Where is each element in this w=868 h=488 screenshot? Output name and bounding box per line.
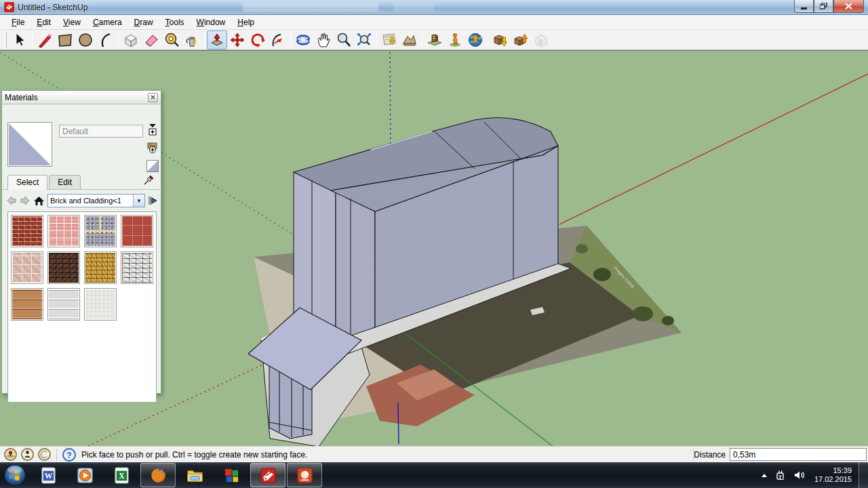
menu-tools[interactable]: Tools — [159, 16, 191, 29]
tape-measure-button[interactable] — [161, 30, 182, 49]
clock[interactable]: 15:39 17.02.2015 — [814, 466, 852, 484]
claim-credit-button[interactable] — [21, 448, 34, 461]
material-name-field[interactable]: Default — [59, 125, 143, 138]
material-preview — [7, 122, 52, 167]
photo-textures-button[interactable] — [425, 30, 445, 49]
measurement-box[interactable]: 0,53m — [730, 448, 867, 461]
walk-tool-button[interactable] — [445, 30, 465, 49]
menu-camera[interactable]: Camera — [87, 16, 128, 29]
follow-me-button[interactable] — [268, 30, 288, 49]
taskbar-word[interactable]: W — [31, 463, 66, 487]
rotate-tool-button[interactable] — [248, 30, 268, 49]
get-models-button[interactable] — [490, 30, 511, 49]
push-pull-button[interactable] — [207, 30, 227, 49]
menu-window[interactable]: Window — [191, 16, 232, 29]
zoom-tool-button[interactable] — [334, 30, 354, 49]
sample-paint-button[interactable] — [143, 174, 155, 187]
default-material-swatch[interactable] — [146, 160, 159, 172]
material-swatch[interactable] — [47, 251, 80, 284]
create-material-button[interactable] — [146, 142, 159, 155]
material-swatch[interactable] — [84, 215, 117, 247]
menu-file[interactable]: File — [5, 16, 31, 29]
help-question-icon: ? — [62, 448, 76, 462]
start-button[interactable] — [0, 462, 30, 488]
help-button[interactable]: ? — [62, 448, 76, 462]
tray-time: 15:39 — [814, 466, 852, 475]
material-swatch[interactable] — [121, 215, 153, 247]
power-button[interactable] — [776, 470, 786, 481]
credits-button[interactable] — [38, 448, 51, 461]
pan-tool-button[interactable] — [313, 30, 334, 49]
forward-arrow-icon[interactable] — [20, 196, 31, 205]
material-swatch[interactable] — [84, 288, 117, 321]
close-button[interactable] — [833, 0, 864, 13]
zoom-extents-button[interactable] — [354, 30, 374, 49]
material-swatch[interactable] — [47, 288, 80, 321]
materials-list[interactable] — [7, 211, 157, 403]
taskbar-explorer[interactable] — [177, 463, 212, 487]
move-tool-button[interactable] — [227, 30, 248, 49]
details-arrow-icon[interactable] — [148, 195, 158, 206]
taskbar-sketchup[interactable] — [250, 463, 285, 487]
toggle-terrain-button[interactable] — [399, 30, 420, 49]
material-swatch[interactable] — [11, 251, 43, 284]
tab-select[interactable]: Select — [7, 175, 47, 190]
menu-view[interactable]: View — [57, 16, 87, 29]
taskbar-excel[interactable]: X — [104, 463, 139, 487]
share-model-button[interactable] — [511, 30, 531, 49]
taskbar-colored-squares-app[interactable] — [214, 463, 249, 487]
taskbar-media-player[interactable] — [67, 463, 102, 487]
select-tool-button[interactable] — [9, 30, 30, 49]
materials-panel-titlebar[interactable]: Materials — [2, 91, 161, 104]
title-bar[interactable]: Untitled - SketchUp — [0, 0, 868, 15]
drawing-area[interactable]: Google Imagery ©2015 — [0, 50, 868, 446]
menu-edit[interactable]: Edit — [31, 16, 57, 29]
paint-bucket-button[interactable] — [182, 30, 202, 49]
circle-tool-button[interactable] — [75, 30, 96, 49]
menu-draw[interactable]: Draw — [128, 16, 159, 29]
volume-button[interactable] — [794, 470, 805, 480]
material-swatch[interactable] — [121, 251, 153, 284]
media-player-icon — [76, 466, 94, 485]
arc-tool-button[interactable] — [96, 30, 116, 49]
material-swatch[interactable] — [47, 215, 80, 247]
credits-icon — [38, 448, 51, 461]
circle-icon — [77, 32, 94, 48]
show-desktop-button[interactable] — [859, 462, 868, 488]
taskbar-powerpoint[interactable] — [287, 463, 322, 487]
building-maker-button[interactable] — [531, 30, 551, 49]
restore-button[interactable] — [814, 0, 833, 13]
tray-date: 17.02.2015 — [814, 475, 852, 484]
sketchup-icon — [259, 466, 277, 485]
firefox-icon — [149, 466, 167, 485]
materials-panel[interactable]: Materials Default Sele — [1, 90, 161, 394]
toolbar-grip[interactable] — [4, 33, 7, 47]
add-location-button[interactable] — [379, 30, 399, 49]
materials-close-button[interactable] — [148, 93, 158, 102]
hidden-icons-button[interactable] — [761, 473, 768, 478]
minimize-button[interactable] — [794, 0, 814, 13]
back-arrow-icon[interactable] — [6, 196, 17, 205]
rectangle-icon — [57, 32, 73, 48]
chevron-down-icon[interactable]: ▼ — [133, 195, 144, 207]
make-component-button[interactable] — [121, 30, 141, 49]
rectangle-tool-button[interactable] — [55, 30, 75, 49]
collection-dropdown[interactable]: Brick and Cladding<1 ▼ — [47, 194, 145, 207]
line-tool-button[interactable] — [35, 30, 55, 49]
word-icon: W — [39, 466, 58, 485]
orbit-tool-button[interactable] — [293, 30, 313, 49]
in-model-home-icon[interactable] — [33, 196, 45, 206]
material-swatch[interactable] — [84, 251, 117, 284]
eraser-tool-button[interactable] — [141, 30, 161, 49]
taskbar-firefox[interactable] — [140, 463, 176, 487]
menu-help[interactable]: Help — [231, 16, 260, 29]
secondary-pane-button[interactable] — [147, 123, 158, 137]
material-swatch[interactable] — [11, 215, 43, 247]
svg-text:?: ? — [66, 450, 71, 460]
photo-textures-icon — [427, 32, 443, 48]
tab-edit[interactable]: Edit — [49, 175, 81, 189]
material-swatch[interactable] — [11, 288, 43, 321]
status-hint: Pick face to push or pull. Ctrl = toggle… — [81, 450, 307, 460]
geolocation-button[interactable] — [4, 448, 17, 461]
google-earth-button[interactable] — [465, 30, 486, 49]
